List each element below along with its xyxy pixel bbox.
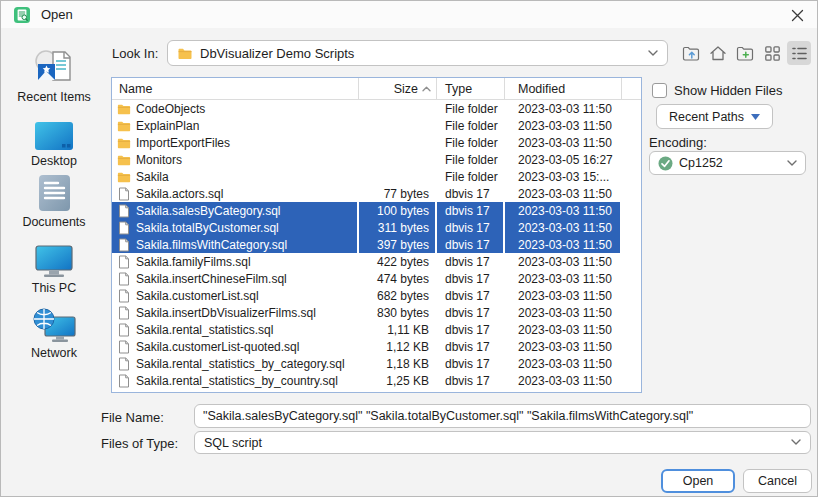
folder-icon <box>117 119 131 133</box>
list-view-button[interactable] <box>787 41 811 65</box>
new-folder-button[interactable] <box>733 41 757 65</box>
column-header-name[interactable]: Name <box>112 78 359 99</box>
encoding-value: Cp1252 <box>679 156 781 170</box>
recent-items-icon <box>31 49 77 87</box>
files-of-type-value: SQL script <box>204 436 791 450</box>
sidebar-item-desktop[interactable]: Desktop <box>7 113 101 168</box>
home-button[interactable] <box>706 41 730 65</box>
file-icon <box>117 272 131 286</box>
file-icon <box>117 323 131 337</box>
file-chooser-toolbar <box>679 41 811 65</box>
network-icon <box>32 307 76 343</box>
file-name-cell: Sakila.rental_statistics.sql <box>136 323 273 337</box>
title-bar: Open <box>1 1 817 28</box>
chevron-down-icon <box>787 160 797 167</box>
column-header-size[interactable]: Size <box>359 78 437 99</box>
file-name-input[interactable] <box>194 404 811 428</box>
file-modified-cell: 2023-03-03 11:50 <box>505 253 622 270</box>
file-size-cell <box>359 168 437 185</box>
cancel-button[interactable]: Cancel <box>743 469 812 493</box>
table-row[interactable]: Sakila.customerList-quoted.sql 1,12 KB d… <box>112 338 641 355</box>
files-of-type-label: Files of Type: <box>101 436 178 451</box>
file-modified-cell: 2023-03-03 15:... <box>505 168 622 185</box>
encoding-combobox[interactable]: Cp1252 <box>649 151 806 175</box>
file-modified-cell: 2023-03-03 11:50 <box>505 287 622 304</box>
home-icon <box>709 45 727 62</box>
sidebar-item-recent-items[interactable]: Recent Items <box>7 49 101 104</box>
table-row[interactable]: Sakila.customerList.sql 682 bytes dbvis … <box>112 287 641 304</box>
table-row[interactable]: Sakila.rental_statistics_by_category.sql… <box>112 355 641 372</box>
table-row[interactable]: Sakila.rental_statistics.sql 1,11 KB dbv… <box>112 321 641 338</box>
show-hidden-files-checkbox[interactable] <box>652 83 667 98</box>
folder-icon <box>117 170 131 184</box>
file-name-cell: Sakila.salesByCategory.sql <box>136 204 281 218</box>
file-name-cell: ImportExportFiles <box>136 136 230 150</box>
table-row[interactable]: Sakila.totalByCustomer.sql 311 bytes dbv… <box>112 219 641 236</box>
file-size-cell: 1,11 KB <box>359 321 437 338</box>
grid-view-button[interactable] <box>760 41 784 65</box>
file-type-cell: File folder <box>437 168 505 185</box>
table-row[interactable]: Sakila.insertDbVisualizerFilms.sql 830 b… <box>112 304 641 321</box>
file-type-cell: File folder <box>437 100 505 117</box>
file-name-cell: Sakila <box>136 170 169 184</box>
look-in-combobox[interactable]: DbVisualizer Demo Scripts <box>167 40 668 66</box>
dialog-title: Open <box>41 7 73 22</box>
dropdown-triangle-icon <box>751 114 760 120</box>
sidebar-item-network[interactable]: Network <box>7 305 101 360</box>
files-of-type-combobox[interactable]: SQL script <box>194 431 811 454</box>
table-row[interactable]: Sakila.salesByCategory.sql 100 bytes dbv… <box>112 202 641 219</box>
recent-paths-button[interactable]: Recent Paths <box>656 104 773 129</box>
table-row[interactable]: Monitors File folder 2023-03-05 16:27 <box>112 151 641 168</box>
file-table-body: CodeObjects File folder 2023-03-03 11:50… <box>112 100 641 389</box>
file-name-cell: Sakila.customerList.sql <box>136 289 259 303</box>
table-row[interactable]: Sakila.insertChineseFilm.sql 474 bytes d… <box>112 270 641 287</box>
documents-icon <box>38 174 71 212</box>
file-name-cell: Sakila.rental_statistics_by_country.sql <box>136 374 338 388</box>
file-modified-cell: 2023-03-03 11:50 <box>505 117 622 134</box>
file-type-cell: dbvis 17 <box>437 270 505 287</box>
open-button[interactable]: Open <box>661 469 735 493</box>
folder-icon <box>117 102 131 116</box>
chevron-down-icon <box>648 50 658 57</box>
table-row[interactable]: Sakila.familyFilms.sql 422 bytes dbvis 1… <box>112 253 641 270</box>
sidebar-item-this-pc[interactable]: This PC <box>7 240 101 295</box>
table-row[interactable]: Sakila File folder 2023-03-03 15:... <box>112 168 641 185</box>
look-in-value: DbVisualizer Demo Scripts <box>200 46 648 61</box>
table-row[interactable]: Sakila.rental_statistics_by_country.sql … <box>112 372 641 389</box>
file-size-cell: 77 bytes <box>359 185 437 202</box>
new-folder-icon <box>736 45 755 62</box>
table-row[interactable]: ImportExportFiles File folder 2023-03-03… <box>112 134 641 151</box>
file-name-cell: Sakila.totalByCustomer.sql <box>136 221 279 235</box>
file-modified-cell: 2023-03-03 11:50 <box>505 134 622 151</box>
close-icon[interactable] <box>786 4 808 26</box>
file-name-cell: Sakila.customerList-quoted.sql <box>136 340 299 354</box>
file-name-cell: ExplainPlan <box>136 119 199 133</box>
table-row[interactable]: Sakila.filmsWithCategory.sql 397 bytes d… <box>112 236 641 253</box>
encoding-label: Encoding: <box>649 135 707 150</box>
table-row[interactable]: CodeObjects File folder 2023-03-03 11:50 <box>112 100 641 117</box>
dialog-app-icon <box>14 7 30 23</box>
file-type-cell: dbvis 17 <box>437 287 505 304</box>
table-row[interactable]: Sakila.actors.sql 77 bytes dbvis 17 2023… <box>112 185 641 202</box>
file-modified-cell: 2023-03-03 11:50 <box>505 100 622 117</box>
sidebar-item-label: This PC <box>7 281 101 295</box>
up-one-level-button[interactable] <box>679 41 703 65</box>
column-header-type[interactable]: Type <box>437 78 505 99</box>
file-name-cell: Monitors <box>136 153 182 167</box>
sidebar-item-documents[interactable]: Documents <box>7 174 101 229</box>
file-modified-cell: 2023-03-03 11:50 <box>505 304 622 321</box>
column-header-modified[interactable]: Modified <box>505 78 622 99</box>
file-modified-cell: 2023-03-03 11:50 <box>505 202 622 219</box>
show-hidden-files-option: Show Hidden Files <box>652 83 782 98</box>
list-view-icon <box>791 46 808 61</box>
file-name-cell: Sakila.filmsWithCategory.sql <box>136 238 287 252</box>
table-row[interactable]: ExplainPlan File folder 2023-03-03 11:50 <box>112 117 641 134</box>
grid-view-icon <box>764 45 781 62</box>
file-size-cell: 474 bytes <box>359 270 437 287</box>
sidebar-item-label: Documents <box>7 215 101 229</box>
file-modified-cell: 2023-03-03 11:50 <box>505 219 622 236</box>
file-size-cell: 397 bytes <box>359 236 437 253</box>
file-size-cell: 1,12 KB <box>359 338 437 355</box>
file-name-cell: Sakila.insertChineseFilm.sql <box>136 272 287 286</box>
file-modified-cell: 2023-03-03 11:50 <box>505 321 622 338</box>
